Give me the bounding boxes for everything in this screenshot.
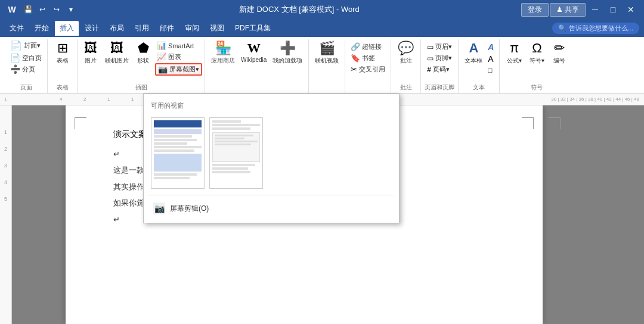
- wordart-button[interactable]: A: [486, 42, 496, 52]
- smartart-button[interactable]: 📊 SmartArt: [155, 40, 202, 51]
- comments-content: 💬 批注: [395, 39, 417, 82]
- footer-button[interactable]: ▭ 页脚▾: [425, 53, 454, 63]
- cross-reference-icon: ✂: [351, 65, 357, 74]
- menu-layout[interactable]: 布局: [105, 21, 129, 36]
- cover-page-button[interactable]: 📄 封面▾: [8, 39, 44, 52]
- screen-clip-button[interactable]: 📷 屏幕剪辑(O): [148, 199, 394, 218]
- text-group-label: 文本: [473, 83, 485, 93]
- illustrations-group-label: 插图: [135, 83, 147, 93]
- hyperlink-icon: 🔗: [351, 42, 360, 51]
- share-button[interactable]: ♟ 共享: [550, 3, 586, 17]
- dropdown-title: 可用的视窗: [148, 99, 394, 115]
- word-icon: W: [5, 2, 19, 17]
- vertical-ruler: 1 2 3 4 5: [0, 105, 12, 324]
- table-icon: ⊞: [57, 40, 68, 56]
- shapes-icon: ⬟: [138, 40, 149, 56]
- symbol-button[interactable]: Ω 符号▾: [526, 39, 547, 66]
- customize-button[interactable]: ▾: [64, 3, 78, 16]
- blank-page-icon: 📄: [10, 53, 20, 63]
- picture-icon: 🖼: [84, 40, 97, 56]
- menu-design[interactable]: 设计: [80, 21, 104, 36]
- menu-pdf[interactable]: PDF工具集: [230, 21, 275, 36]
- menu-home[interactable]: 开始: [30, 21, 54, 36]
- table-content: ⊞ 表格: [52, 39, 73, 82]
- menu-bar: 文件 开始 插入 设计 布局 引用 邮件 审阅 视图 PDF工具集 🔍 告诉我您…: [0, 19, 644, 37]
- my-addins-icon: ➕: [280, 40, 296, 56]
- title-bar-left: W 💾 ↩ ↪ ▾: [5, 2, 78, 17]
- numbering-button[interactable]: ✏ 编号: [549, 39, 570, 66]
- screenshot-dropdown: 可用的视窗: [143, 94, 400, 223]
- chart-button[interactable]: 📈 图表: [155, 52, 202, 62]
- picture-button[interactable]: 🖼 图片: [80, 39, 101, 66]
- cover-icon: 📄: [10, 40, 22, 51]
- menu-mailings[interactable]: 邮件: [155, 21, 179, 36]
- screenshot-button[interactable]: 📷 屏幕截图▾: [155, 63, 202, 76]
- page-number-icon: #: [427, 66, 431, 74]
- ribbon-group-symbols: π 公式▾ Ω 符号▾ ✏ 编号 符号: [500, 39, 574, 93]
- comment-icon: 💬: [398, 40, 414, 56]
- hyperlink-button[interactable]: 🔗 超链接: [349, 42, 387, 52]
- ribbon-group-media: 🎬 联机视频: [309, 39, 345, 93]
- thumbnail-1[interactable]: [151, 117, 205, 189]
- search-icon: 🔍: [558, 24, 566, 32]
- online-picture-icon: 🖼: [110, 40, 123, 56]
- wikipedia-button[interactable]: W Wikipedia: [239, 39, 269, 64]
- header-footer-content: ▭ 页眉▾ ▭ 页脚▾ # 页码▾: [425, 39, 454, 82]
- redo-button[interactable]: ↪: [50, 3, 63, 16]
- thumbnail-2[interactable]: [209, 117, 263, 189]
- ribbon: 📄 封面▾ 📄 空白页 ➗ 分页 页面: [0, 37, 644, 94]
- media-content: 🎬 联机视频: [312, 39, 341, 91]
- ribbon-group-illustrations: 🖼 图片 🖼 联机图片 ⬟ 形状 📊 SmartArt: [78, 39, 205, 93]
- object-button[interactable]: □: [486, 66, 496, 75]
- menu-insert[interactable]: 插入: [55, 21, 79, 36]
- cross-reference-button[interactable]: ✂ 交叉引用: [349, 64, 387, 74]
- equation-icon: π: [510, 40, 519, 56]
- menu-file[interactable]: 文件: [5, 21, 29, 36]
- symbols-content: π 公式▾ Ω 符号▾ ✏ 编号: [503, 39, 570, 82]
- symbols-group-label: 符号: [531, 83, 543, 93]
- online-video-button[interactable]: 🎬 联机视频: [312, 39, 341, 66]
- blank-page-button[interactable]: 📄 空白页: [8, 52, 44, 63]
- comment-button[interactable]: 💬 批注: [395, 39, 417, 66]
- dropcap-button[interactable]: A: [486, 54, 496, 64]
- menu-references[interactable]: 引用: [130, 21, 154, 36]
- minimize-button[interactable]: ─: [587, 1, 603, 18]
- text-content: A 文本框 A A □: [462, 39, 496, 82]
- online-picture-button[interactable]: 🖼 联机图片: [103, 39, 131, 66]
- header-icon: ▭: [427, 43, 434, 51]
- margin-corner-tr2: [549, 117, 561, 129]
- save-button[interactable]: 💾: [21, 3, 35, 16]
- ribbon-group-pages: 📄 封面▾ 📄 空白页 ➗ 分页 页面: [5, 39, 48, 93]
- right-margin: [543, 105, 590, 324]
- equation-button[interactable]: π 公式▾: [503, 39, 525, 66]
- restore-button[interactable]: □: [605, 1, 621, 18]
- dropdown-divider: [148, 195, 394, 195]
- online-video-icon: 🎬: [319, 40, 335, 56]
- page-break-button[interactable]: ➗ 分页: [8, 64, 44, 74]
- login-button[interactable]: 登录: [521, 3, 549, 17]
- header-button[interactable]: ▭ 页眉▾: [425, 42, 454, 52]
- page-number-button[interactable]: # 页码▾: [425, 64, 454, 74]
- ribbon-group-links: 🔗 超链接 🔖 书签 ✂ 交叉引用: [345, 39, 391, 93]
- menu-search[interactable]: 🔍 告诉我您想要做什么...: [552, 23, 639, 34]
- ribbon-group-header-footer: ▭ 页眉▾ ▭ 页脚▾ # 页码▾ 页眉和页脚: [421, 39, 459, 93]
- smartart-icon: 📊: [157, 41, 166, 50]
- header-footer-group-label: 页眉和页脚: [425, 83, 454, 93]
- menu-view[interactable]: 视图: [205, 21, 229, 36]
- addins-content: 🏪 应用商店 W Wikipedia ➕ 我的加载项: [209, 39, 305, 91]
- menu-review[interactable]: 审阅: [180, 21, 204, 36]
- my-addins-button[interactable]: ➕ 我的加载项: [270, 39, 305, 66]
- chart-icon: 📈: [157, 52, 166, 61]
- wikipedia-icon: W: [247, 40, 261, 56]
- table-button[interactable]: ⊞ 表格: [52, 39, 73, 66]
- quick-access: 💾 ↩ ↪ ▾: [21, 3, 78, 16]
- text-box-button[interactable]: A 文本框: [462, 39, 485, 66]
- dropcap-icon: A: [488, 54, 493, 64]
- close-button[interactable]: ✕: [623, 1, 639, 18]
- undo-button[interactable]: ↩: [36, 3, 49, 16]
- ribbon-group-addins: 🏪 应用商店 W Wikipedia ➕ 我的加载项: [205, 39, 309, 93]
- bookmark-button[interactable]: 🔖 书签: [349, 53, 387, 63]
- app-store-button[interactable]: 🏪 应用商店: [209, 39, 237, 66]
- title-bar: W 💾 ↩ ↪ ▾ 新建 DOCX 文档 [兼容模式] - Word 登录 ♟ …: [0, 0, 644, 19]
- shapes-button[interactable]: ⬟ 形状: [132, 39, 154, 66]
